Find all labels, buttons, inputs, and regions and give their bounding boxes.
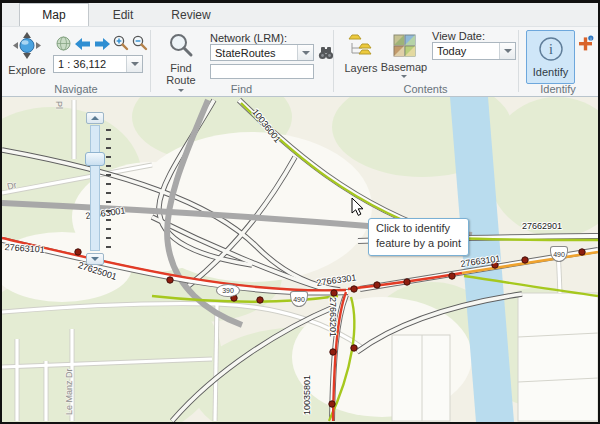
point-event-dot bbox=[579, 249, 585, 255]
route-id-label: 27662901 bbox=[522, 221, 562, 231]
zoom-slider-tick bbox=[106, 192, 111, 194]
identify-tooltip: Click to identify feature by a point bbox=[368, 218, 469, 256]
view-date-value: Today bbox=[433, 43, 499, 59]
zoom-slider-tick bbox=[106, 228, 111, 230]
zoom-slider-tick bbox=[106, 165, 111, 167]
pan-explore-icon bbox=[12, 32, 42, 64]
down-triangle-icon bbox=[91, 257, 99, 261]
route-input[interactable] bbox=[210, 64, 314, 79]
ribbon-tab-strip: Map Edit Review bbox=[2, 3, 598, 27]
zoom-slider-tick bbox=[106, 237, 111, 239]
zoom-slider-thumb[interactable] bbox=[85, 152, 105, 166]
find-group-label: Find bbox=[150, 83, 333, 95]
zoom-slider-tick bbox=[106, 201, 111, 203]
network-combobox[interactable]: StateRoutes bbox=[210, 44, 314, 61]
route-id-label: 10035801 bbox=[302, 375, 312, 415]
view-date-combobox[interactable]: Today bbox=[432, 42, 516, 60]
route-shield: 390 bbox=[216, 284, 240, 297]
map-viewport[interactable]: 390490490 276630012766310127625001276633… bbox=[2, 97, 598, 422]
network-value: StateRoutes bbox=[211, 45, 297, 60]
tab-review[interactable]: Review bbox=[157, 3, 225, 26]
ribbon: Explore 1 : 36,112 Navigate Find bbox=[2, 27, 598, 97]
zoom-slider-down-button[interactable] bbox=[86, 253, 104, 265]
map-scale-dropdown-arrow[interactable] bbox=[126, 56, 142, 72]
point-event-dot bbox=[374, 282, 380, 288]
street-name-label: Pl bbox=[54, 101, 64, 109]
network-dropdown-arrow[interactable] bbox=[297, 45, 313, 60]
layers-label: Layers bbox=[344, 62, 377, 74]
identify-group-label: Identify bbox=[518, 83, 598, 95]
zoom-slider-up-button[interactable] bbox=[86, 112, 104, 124]
back-arrow-icon[interactable] bbox=[74, 35, 91, 52]
identify-button[interactable]: i Identify bbox=[526, 30, 575, 84]
point-event-dot bbox=[404, 279, 410, 285]
zoom-slider-tick bbox=[106, 210, 111, 212]
basemap-dropdown-caret[interactable] bbox=[401, 75, 407, 78]
point-event-dot bbox=[522, 257, 528, 263]
globe-icon[interactable] bbox=[55, 35, 72, 52]
tooltip-line2: feature by a point bbox=[376, 236, 461, 251]
point-event-dot bbox=[449, 273, 455, 279]
explore-button[interactable]: Explore bbox=[4, 32, 50, 76]
layers-button[interactable]: Layers bbox=[342, 34, 380, 74]
app-window: Map Edit Review Explore bbox=[0, 0, 600, 424]
contents-group-label: Contents bbox=[333, 83, 518, 95]
map-scale-value: 1 : 36,112 bbox=[54, 56, 126, 72]
explore-label: Explore bbox=[8, 64, 45, 76]
point-event-dot bbox=[75, 249, 81, 255]
navigate-group-label: Navigate bbox=[2, 83, 150, 95]
zoom-out-icon[interactable] bbox=[131, 34, 148, 51]
zoom-slider-tick bbox=[106, 147, 111, 149]
zoom-slider-tick bbox=[106, 156, 111, 158]
point-event-dot bbox=[351, 345, 357, 351]
zoom-slider-tick bbox=[106, 138, 111, 140]
zoom-slider-tick bbox=[106, 246, 111, 248]
view-date-dropdown-arrow[interactable] bbox=[499, 43, 515, 59]
zoom-slider-tick bbox=[106, 174, 111, 176]
mouse-cursor-icon bbox=[351, 198, 367, 222]
network-lrm-label: Network (LRM): bbox=[210, 32, 287, 44]
up-triangle-icon bbox=[91, 116, 99, 120]
street-name-label: Le Manz Dr bbox=[64, 368, 74, 415]
zoom-slider-tick bbox=[106, 183, 111, 185]
identify-button-label: Identify bbox=[533, 66, 568, 78]
tab-edit[interactable]: Edit bbox=[89, 3, 157, 26]
point-event-dot bbox=[330, 349, 336, 355]
zoom-slider-track[interactable] bbox=[90, 125, 100, 251]
binoculars-icon[interactable] bbox=[317, 44, 334, 61]
find-route-magnifier-icon bbox=[168, 32, 194, 62]
zoom-slider-tick bbox=[106, 129, 111, 131]
point-event-dot bbox=[331, 290, 337, 296]
point-event-dot bbox=[167, 277, 173, 283]
tab-map[interactable]: Map bbox=[19, 3, 89, 26]
map-scale-combobox[interactable]: 1 : 36,112 bbox=[53, 55, 143, 73]
point-event-dot bbox=[257, 297, 263, 303]
zoom-in-icon[interactable] bbox=[112, 34, 129, 51]
svg-text:i: i bbox=[549, 42, 553, 57]
tooltip-line1: Click to identify bbox=[376, 221, 461, 236]
route-id-label: 27663201 bbox=[328, 297, 338, 337]
identify-route-plus-icon[interactable]: i bbox=[577, 34, 594, 51]
zoom-slider-tick bbox=[106, 219, 111, 221]
view-date-label: View Date: bbox=[432, 30, 485, 42]
basemap-icon bbox=[393, 34, 416, 61]
basemap-button[interactable]: Basemap bbox=[382, 34, 426, 78]
layers-icon bbox=[348, 34, 374, 62]
identify-i-icon: i bbox=[538, 36, 564, 66]
find-route-label-line1: Find bbox=[170, 62, 191, 74]
basemap-label: Basemap bbox=[381, 61, 427, 73]
point-event-dot bbox=[351, 286, 357, 292]
point-event-dot bbox=[329, 401, 335, 407]
map-zoom-slider bbox=[86, 112, 112, 282]
forward-arrow-icon[interactable] bbox=[93, 35, 110, 52]
